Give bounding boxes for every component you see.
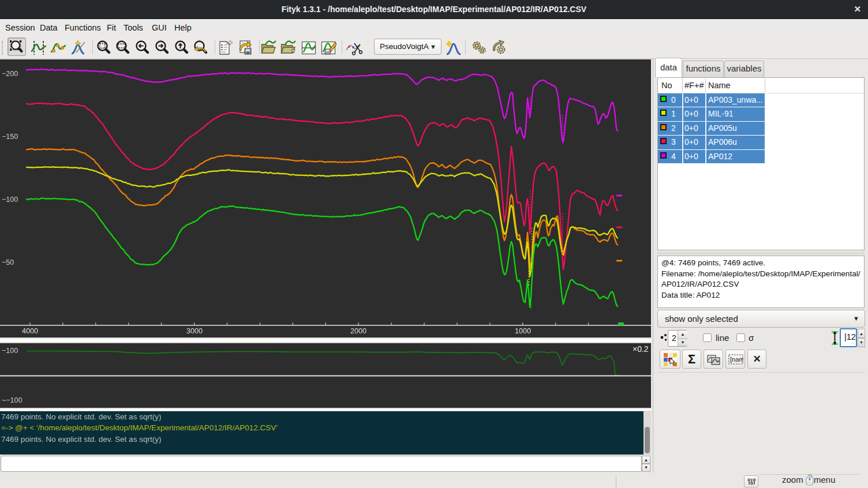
svg-text:[nam: [nam [730,356,743,363]
svg-text:4000: 4000 [22,327,38,335]
svg-text:−150: −150 [2,133,18,141]
svg-text:3000: 3000 [186,327,203,335]
svg-text:1000: 1000 [515,327,531,335]
svg-text:×0.2: ×0.2 [633,344,649,354]
svg-text:−100: −100 [2,347,18,355]
svg-text:−200: −200 [2,70,18,78]
svg-text:−50: −50 [2,258,14,266]
svg-text:2000: 2000 [350,327,366,335]
svg-text:−100: −100 [2,196,18,204]
svg-text:~−100: ~−100 [2,396,23,404]
